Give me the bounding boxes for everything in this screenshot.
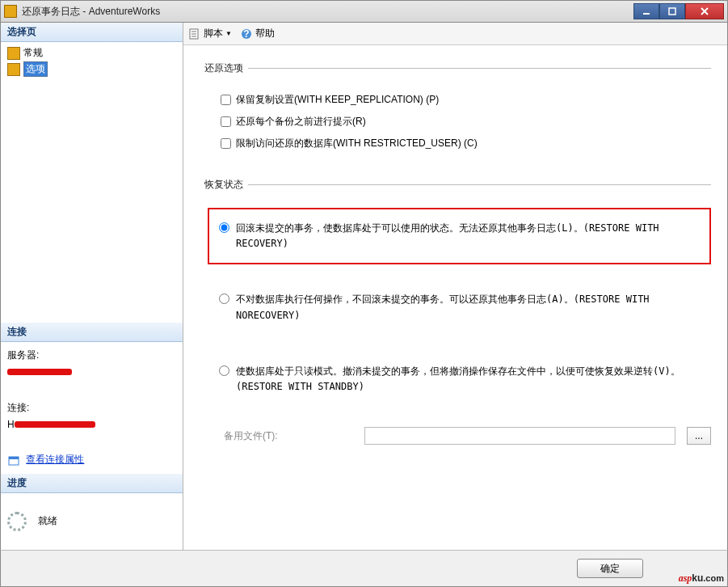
- watermark-brand1: asp: [679, 572, 692, 584]
- standby-option-row: 使数据库处于只读模式。撤消未提交的事务，但将撤消操作保存在文件中，以便可使恢复效…: [208, 351, 711, 408]
- restricted-user-checkbox[interactable]: [221, 138, 231, 149]
- conn-label: 连接:: [7, 399, 176, 417]
- progress-body: 就绪: [1, 493, 183, 550]
- connection-header: 连接: [1, 323, 183, 342]
- chevron-down-icon: ▼: [225, 30, 232, 37]
- minimize-button[interactable]: [633, 3, 659, 19]
- nav-label: 常规: [23, 46, 43, 60]
- server-label: 服务器:: [7, 347, 176, 365]
- content-body: 还原选项 保留复制设置(WITH KEEP_REPLICATION) (P) 还…: [183, 45, 727, 550]
- prompt-each-label: 还原每个备份之前进行提示(R): [236, 115, 366, 129]
- standby-file-input[interactable]: [364, 427, 675, 445]
- standby-file-label: 备用文件(T):: [224, 429, 353, 443]
- standby-file-row: 备用文件(T): ...: [224, 427, 711, 445]
- connection-body: 服务器: 连接: H 查看连接属性: [1, 342, 183, 474]
- help-label: 帮助: [255, 27, 275, 40]
- page-icon: [7, 47, 20, 60]
- standby-radio[interactable]: [219, 365, 229, 376]
- recovery-state-group: 恢复状态 回滚未提交的事务，使数据库处于可以使用的状态。无法还原其他事务日志(L…: [204, 178, 711, 445]
- window-controls: [633, 3, 724, 19]
- help-icon: ?: [240, 27, 253, 40]
- title-bar: 还原事务日志 - AdventureWorks: [0, 0, 728, 23]
- dialog-footer: 确定 取消 aspku.com: [0, 550, 728, 587]
- page-icon: [7, 63, 20, 76]
- recovery-radio[interactable]: [219, 222, 229, 233]
- keep-replication-checkbox[interactable]: [221, 95, 231, 105]
- recovery-state-legend: 恢复状态: [204, 178, 248, 192]
- svg-text:?: ?: [243, 28, 249, 40]
- nav-label: 选项: [23, 61, 48, 77]
- help-button[interactable]: ? 帮助: [240, 27, 275, 40]
- recovery-label: 回滚未提交的事务，使数据库处于可以使用的状态。无法还原其他事务日志(L)。(RE…: [236, 221, 700, 251]
- recovery-option-row: 回滚未提交的事务，使数据库处于可以使用的状态。无法还原其他事务日志(L)。(RE…: [208, 208, 711, 264]
- script-label: 脚本: [204, 27, 223, 40]
- restricted-user-label: 限制访问还原的数据库(WITH RESTRICTED_USER) (C): [236, 137, 478, 150]
- close-button[interactable]: [685, 3, 724, 19]
- window-title: 还原事务日志 - AdventureWorks: [22, 5, 633, 19]
- main-area: 选择页 常规 选项 连接 服务器: 连接: H: [0, 23, 728, 550]
- maximize-button[interactable]: [659, 3, 685, 19]
- standby-file-browse-button[interactable]: ...: [687, 427, 711, 445]
- norecovery-label: 不对数据库执行任何操作，不回滚未提交的事务。可以还原其他事务日志(A)。(RES…: [236, 292, 700, 323]
- view-connection-properties[interactable]: 查看连接属性: [7, 451, 176, 469]
- script-button[interactable]: 脚本 ▼: [188, 27, 232, 40]
- progress-spinner-icon: [7, 512, 27, 531]
- conn-value: H: [7, 416, 176, 434]
- watermark: aspku.com: [679, 565, 724, 586]
- content-toolbar: 脚本 ▼ ? 帮助: [183, 23, 727, 45]
- select-page-header: 选择页: [1, 23, 183, 42]
- prompt-each-row: 还原每个备份之前进行提示(R): [221, 115, 711, 129]
- sidebar-bottom: 连接 服务器: 连接: H 查看连接属性 进度 就绪: [1, 323, 183, 550]
- keep-replication-row: 保留复制设置(WITH KEEP_REPLICATION) (P): [221, 93, 711, 107]
- properties-icon: [7, 454, 20, 467]
- content-panel: 脚本 ▼ ? 帮助 还原选项 保留复制设置(WITH KEEP_REPLICAT…: [183, 23, 727, 550]
- norecovery-option-row: 不对数据库执行任何操作，不回滚未提交的事务。可以还原其他事务日志(A)。(RES…: [208, 279, 711, 336]
- script-icon: [188, 27, 201, 40]
- prompt-each-checkbox[interactable]: [221, 116, 231, 127]
- svg-rect-5: [9, 457, 19, 459]
- select-page-list: 常规 选项: [1, 42, 183, 323]
- app-icon: [4, 5, 17, 18]
- restore-options-legend: 还原选项: [204, 61, 248, 75]
- progress-status: 就绪: [38, 513, 57, 530]
- restricted-user-row: 限制访问还原的数据库(WITH RESTRICTED_USER) (C): [221, 137, 711, 150]
- server-value: [7, 364, 176, 382]
- ok-button[interactable]: 确定: [577, 559, 643, 578]
- nav-item-general[interactable]: 常规: [6, 45, 178, 61]
- standby-label: 使数据库处于只读模式。撤消未提交的事务，但将撤消操作保存在文件中，以便可使恢复效…: [236, 364, 700, 395]
- nav-item-options[interactable]: 选项: [6, 61, 178, 78]
- keep-replication-label: 保留复制设置(WITH KEEP_REPLICATION) (P): [236, 93, 439, 107]
- restore-options-group: 还原选项 保留复制设置(WITH KEEP_REPLICATION) (P) 还…: [204, 61, 711, 158]
- norecovery-radio[interactable]: [219, 294, 229, 304]
- view-props-link[interactable]: 查看连接属性: [26, 454, 84, 465]
- progress-header: 进度: [1, 474, 183, 493]
- watermark-brand2: ku: [692, 572, 703, 584]
- sidebar: 选择页 常规 选项 连接 服务器: 连接: H: [1, 23, 183, 550]
- svg-rect-1: [669, 8, 675, 15]
